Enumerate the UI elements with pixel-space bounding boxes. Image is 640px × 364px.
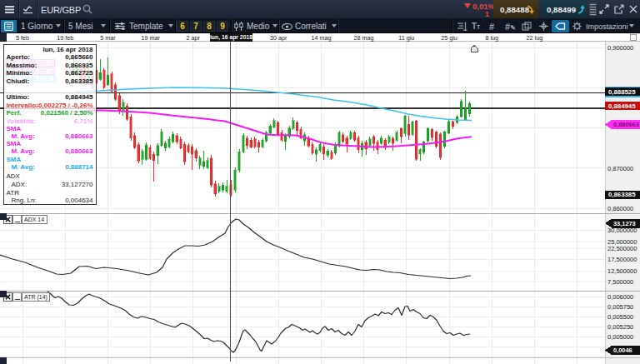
svg-text:0,005000: 0,005000 — [608, 333, 633, 341]
svg-text:25 giu: 25 giu — [441, 34, 458, 42]
svg-text:0,880663: 0,880663 — [613, 121, 639, 128]
svg-text:0,888525: 0,888525 — [608, 88, 636, 96]
svg-text:7,500000: 7,500000 — [608, 278, 633, 286]
svg-text:0,860000: 0,860000 — [608, 205, 633, 212]
svg-text:12,500000: 12,500000 — [608, 267, 637, 275]
svg-text:0,006000: 0,006000 — [608, 293, 633, 301]
svg-text:33,1273: 33,1273 — [613, 220, 636, 227]
svg-text:28 mag: 28 mag — [354, 34, 374, 42]
svg-text:0,005250: 0,005250 — [608, 323, 633, 331]
svg-text:17,500000: 17,500000 — [608, 256, 637, 263]
svg-text:ATR (14): ATR (14) — [24, 294, 48, 301]
svg-text:0,0046: 0,0046 — [613, 347, 632, 354]
svg-text:lun, 16 apr 2018: lun, 16 apr 2018 — [210, 34, 252, 41]
svg-text:0,005500: 0,005500 — [608, 313, 633, 321]
svg-text:19 mar: 19 mar — [141, 34, 160, 42]
svg-text:0,005750: 0,005750 — [608, 303, 633, 311]
svg-text:0,863385: 0,863385 — [608, 191, 636, 198]
svg-text:0,900000: 0,900000 — [608, 44, 633, 52]
svg-text:0,884945: 0,884945 — [608, 102, 636, 110]
svg-text:2 apr: 2 apr — [187, 34, 201, 42]
svg-text:0,870000: 0,870000 — [608, 165, 633, 172]
svg-text:14 mag: 14 mag — [311, 34, 331, 42]
svg-text:22,500000: 22,500000 — [608, 245, 637, 252]
svg-text:30 apr: 30 apr — [270, 34, 288, 42]
svg-text:19 feb: 19 feb — [57, 34, 73, 42]
svg-text:22 lug: 22 lug — [527, 34, 543, 42]
svg-text:ADX 14: ADX 14 — [24, 217, 44, 222]
svg-text:5 mar: 5 mar — [100, 34, 116, 42]
svg-text:5 feb: 5 feb — [16, 34, 29, 42]
svg-text:11 giu: 11 giu — [398, 34, 414, 42]
svg-text:8 lug: 8 lug — [485, 34, 498, 42]
